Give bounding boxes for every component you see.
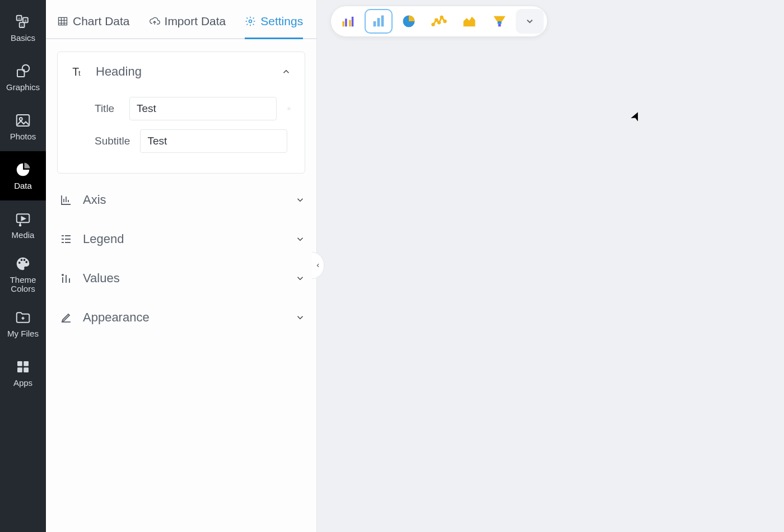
piechart-icon [15, 161, 31, 178]
rail-data[interactable]: Data [0, 151, 46, 200]
section-legend-toggle[interactable]: Legend [57, 220, 305, 259]
svg-point-17 [249, 20, 252, 23]
section-axis-toggle[interactable]: Axis [57, 180, 305, 220]
rail-label: Media [12, 231, 35, 240]
blocks-icon: ABC [15, 13, 31, 30]
section-appearance-toggle[interactable]: Appearance [57, 298, 305, 337]
svg-rect-25 [69, 278, 70, 283]
chevron-down-icon [295, 273, 305, 283]
section-title: Appearance [83, 310, 285, 325]
svg-point-9 [20, 118, 22, 120]
subtitle-label: Subtitle [95, 135, 130, 147]
svg-rect-8 [17, 115, 30, 126]
rail-label: Data [14, 181, 32, 191]
shapes-icon [15, 63, 31, 80]
axis-icon [59, 193, 73, 207]
pencil-icon [59, 311, 73, 324]
line-icon [431, 13, 447, 29]
svg-rect-24 [66, 275, 67, 283]
svg-rect-40 [498, 24, 501, 27]
folder-plus-icon [15, 309, 31, 326]
section-heading: Tt Heading Title Subtitle [57, 52, 305, 174]
svg-text:C: C [21, 24, 24, 27]
chart-type-line[interactable] [425, 9, 453, 34]
grouped-bar-icon [340, 13, 356, 29]
svg-text:t: t [78, 69, 81, 77]
rail-label: Photos [10, 132, 36, 142]
section-heading-toggle[interactable]: Tt Heading [71, 52, 291, 91]
settings-sections: Tt Heading Title Subtitle Axis Legend [46, 39, 316, 349]
tab-chart-data[interactable]: Chart Data [57, 15, 130, 38]
tab-import-data[interactable]: Import Data [149, 15, 226, 38]
svg-rect-13 [24, 361, 29, 366]
tab-label: Chart Data [73, 15, 130, 28]
rail-label: Apps [13, 379, 32, 388]
rail-my-files[interactable]: My Files [0, 299, 46, 348]
rail-label: Basics [11, 34, 35, 43]
svg-rect-23 [62, 277, 63, 283]
title-label: Title [95, 102, 119, 115]
svg-point-20 [288, 108, 290, 109]
svg-text:B: B [25, 18, 27, 22]
rail-photos[interactable]: Photos [0, 102, 46, 151]
svg-point-34 [432, 24, 435, 26]
section-title: Heading [96, 64, 271, 79]
field-title: Title [95, 97, 291, 120]
chart-type-area[interactable] [455, 9, 483, 34]
svg-point-11 [20, 225, 21, 226]
tab-label: Import Data [165, 15, 226, 28]
tab-settings[interactable]: Settings [245, 15, 303, 38]
settings-panel: Chart Data Import Data Settings Tt Headi… [46, 0, 317, 532]
rail-label: Graphics [6, 83, 40, 92]
svg-point-37 [441, 16, 443, 18]
rail-theme-colors[interactable]: Theme Colors [0, 250, 46, 299]
rail-basics[interactable]: ABC Basics [0, 3, 46, 53]
tab-label: Settings [260, 15, 303, 28]
svg-rect-32 [381, 16, 384, 27]
section-title: Values [83, 271, 285, 286]
palette-icon [15, 255, 31, 272]
chart-type-pie[interactable] [395, 9, 423, 34]
subtitle-input[interactable] [140, 129, 287, 153]
apps-icon [15, 358, 31, 375]
title-input[interactable] [129, 97, 277, 120]
svg-point-22 [62, 274, 64, 276]
section-values-toggle[interactable]: Values [57, 259, 305, 298]
rail-graphics[interactable]: Graphics [0, 53, 46, 102]
chart-type-funnel[interactable] [486, 9, 514, 34]
svg-rect-14 [17, 367, 22, 372]
svg-rect-12 [17, 361, 22, 366]
table-icon [57, 16, 68, 27]
cursor-icon: ➤ [627, 109, 644, 124]
pie-icon [401, 13, 417, 29]
svg-rect-31 [377, 18, 380, 26]
chart-type-grouped-bar[interactable] [334, 9, 362, 34]
svg-rect-39 [498, 21, 502, 24]
svg-point-38 [444, 20, 446, 22]
rail-label: My Files [7, 329, 39, 339]
field-subtitle: Subtitle [95, 129, 291, 153]
svg-rect-27 [345, 18, 347, 26]
gear-icon[interactable] [287, 103, 291, 114]
chevron-down-icon [295, 195, 305, 205]
text-icon: Tt [71, 64, 86, 79]
area-icon [461, 13, 477, 29]
svg-point-35 [436, 19, 438, 21]
svg-point-7 [22, 65, 30, 72]
svg-rect-16 [59, 17, 67, 25]
gear-icon [245, 16, 256, 27]
bar-icon [371, 13, 386, 29]
svg-rect-15 [24, 367, 29, 372]
rail-media[interactable]: Media [0, 200, 46, 250]
chevron-down-icon [295, 312, 305, 323]
canvas[interactable]: Test Test Series 1 EuropeAmericaAfrica 0… [317, 0, 784, 532]
chart-type-bar[interactable] [365, 9, 393, 34]
chart-type-more[interactable] [516, 9, 544, 34]
section-title: Axis [83, 193, 285, 207]
svg-rect-30 [374, 21, 376, 26]
svg-rect-26 [343, 21, 345, 26]
rail-apps[interactable]: Apps [0, 348, 46, 398]
panel-tabs: Chart Data Import Data Settings [46, 0, 316, 39]
cloud-upload-icon [149, 16, 160, 27]
left-rail: ABC Basics Graphics Photos Data Media Th… [0, 0, 46, 532]
